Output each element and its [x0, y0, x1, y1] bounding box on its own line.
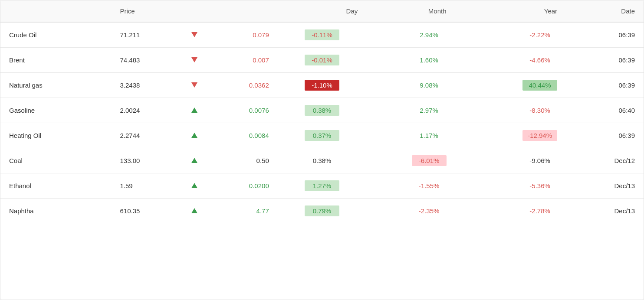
commodity-change: 0.0076: [211, 98, 277, 123]
table-row: Coal 133.00 0.50 0.38% -6.01% -9.06% Dec…: [0, 148, 644, 173]
day-value: -1.10%: [305, 80, 339, 91]
month-text: 2.97%: [420, 107, 438, 114]
commodity-date: 06:39: [566, 123, 644, 148]
commodity-day: -0.11%: [278, 22, 366, 48]
day-value: 0.37%: [305, 130, 339, 141]
change-value: 0.079: [253, 31, 269, 39]
year-text: -5.36%: [529, 182, 550, 189]
year-value: -12.94%: [522, 130, 557, 141]
commodity-name: Coal: [0, 148, 112, 173]
header-arrow: [178, 0, 211, 22]
commodity-year: -12.94%: [455, 123, 566, 148]
commodity-arrow: [178, 98, 211, 123]
up-arrow-icon: [191, 208, 197, 213]
commodity-name: Natural gas: [0, 73, 112, 98]
commodity-date: 06:39: [566, 73, 644, 98]
commodity-price: 2.0024: [112, 98, 178, 123]
day-value: 1.27%: [305, 180, 339, 191]
table-row: Crude Oil 71.211 0.079 -0.11% 2.94% -2.2…: [0, 22, 644, 48]
commodity-year: -5.36%: [455, 173, 566, 199]
header-price: Price: [112, 0, 178, 22]
month-text: -1.55%: [419, 182, 440, 189]
commodity-month: -6.01%: [366, 148, 455, 173]
month-text: 9.08%: [420, 82, 438, 89]
commodity-month: 2.94%: [366, 22, 455, 48]
table-row: Heating Oil 2.2744 0.0084 0.37% 1.17% -1…: [0, 123, 644, 148]
commodity-price: 133.00: [112, 148, 178, 173]
day-text: 0.38%: [313, 107, 332, 114]
day-value: 0.38%: [305, 155, 339, 166]
commodity-month: 1.17%: [366, 123, 455, 148]
year-value: -9.06%: [522, 155, 557, 166]
header-year: Year: [455, 0, 566, 22]
change-value: 0.0076: [249, 107, 269, 114]
month-value: -1.55%: [412, 180, 447, 191]
commodity-price: 74.483: [112, 48, 178, 73]
commodity-day: 0.38%: [278, 148, 366, 173]
commodity-change: 0.007: [211, 48, 277, 73]
commodity-date: Dec/13: [566, 173, 644, 199]
commodity-change: 0.079: [211, 22, 277, 48]
commodity-arrow: [178, 123, 211, 148]
month-value: 2.97%: [412, 105, 447, 116]
change-value: 4.77: [256, 207, 269, 215]
commodity-month: 1.60%: [366, 48, 455, 73]
month-text: -2.35%: [419, 207, 440, 215]
change-value: 0.50: [256, 157, 269, 164]
year-value: -2.78%: [522, 205, 557, 216]
change-value: 0.0084: [249, 132, 269, 139]
commodity-day: 0.79%: [278, 199, 366, 224]
table-row: Brent 74.483 0.007 -0.01% 1.60% -4.66% 0…: [0, 48, 644, 73]
commodity-month: 2.97%: [366, 98, 455, 123]
change-value: 0.007: [253, 56, 269, 64]
commodity-change: 4.77: [211, 199, 277, 224]
down-arrow-icon: [191, 32, 197, 37]
day-text: -0.01%: [312, 56, 332, 64]
commodity-month: -2.35%: [366, 199, 455, 224]
day-value: -0.01%: [305, 55, 339, 65]
commodity-name: Crude Oil: [0, 22, 112, 48]
commodity-name: Gasoline: [0, 98, 112, 123]
year-value: -5.36%: [522, 180, 557, 191]
year-text: -12.94%: [528, 132, 552, 139]
header-date: Date: [566, 0, 644, 22]
commodity-price: 2.2744: [112, 123, 178, 148]
change-value: 0.0200: [249, 182, 269, 189]
month-value: 9.08%: [412, 80, 447, 91]
commodity-arrow: [178, 73, 211, 98]
commodity-year: 40.44%: [455, 73, 566, 98]
commodity-day: 0.37%: [278, 123, 366, 148]
month-text: 2.94%: [420, 31, 438, 39]
day-text: 0.79%: [313, 207, 332, 215]
day-text: 1.27%: [313, 182, 332, 189]
commodity-year: -8.30%: [455, 98, 566, 123]
header-change: [211, 0, 277, 22]
commodity-month: -1.55%: [366, 173, 455, 199]
commodity-arrow: [178, 48, 211, 73]
commodity-name: Naphtha: [0, 199, 112, 224]
day-value: -0.11%: [305, 29, 339, 40]
commodity-change: 0.0084: [211, 123, 277, 148]
commodity-day: 0.38%: [278, 98, 366, 123]
month-value: -2.35%: [412, 205, 447, 216]
commodities-table: Price Day Month Year Date Crude Oil 71.2…: [0, 0, 644, 300]
commodity-day: 1.27%: [278, 173, 366, 199]
day-value: 0.38%: [305, 105, 339, 116]
commodity-price: 1.59: [112, 173, 178, 199]
year-text: -2.22%: [529, 31, 550, 39]
down-arrow-icon: [191, 82, 197, 88]
year-text: -4.66%: [529, 56, 550, 64]
month-value: 1.17%: [412, 130, 447, 141]
year-value: -4.66%: [522, 55, 557, 65]
month-value: 2.94%: [412, 29, 447, 40]
change-value: 0.0362: [249, 82, 269, 89]
commodity-day: -0.01%: [278, 48, 366, 73]
commodity-date: 06:40: [566, 98, 644, 123]
commodity-arrow: [178, 199, 211, 224]
commodity-name: Ethanol: [0, 173, 112, 199]
commodity-year: -9.06%: [455, 148, 566, 173]
up-arrow-icon: [191, 158, 197, 163]
day-value: 0.79%: [305, 205, 339, 216]
table-header-row: Price Day Month Year Date: [0, 0, 644, 22]
table-row: Natural gas 3.2438 0.0362 -1.10% 9.08% 4…: [0, 73, 644, 98]
